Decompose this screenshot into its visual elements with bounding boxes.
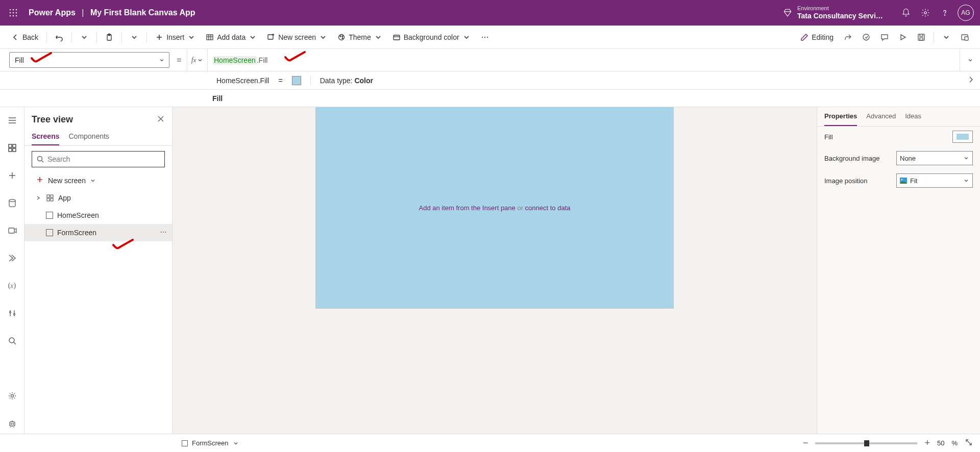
tree-search-input[interactable]: [47, 155, 160, 163]
background-color-label: Background color: [404, 33, 459, 41]
left-rail: (𝑥): [0, 107, 24, 434]
placeholder-connect-link[interactable]: connect to data: [525, 204, 571, 212]
svg-point-3: [10, 12, 11, 14]
undo-dropdown[interactable]: [76, 29, 92, 45]
zoom-in-button[interactable]: +: [924, 438, 930, 448]
save-button[interactable]: [913, 29, 929, 45]
tab-components[interactable]: Components: [68, 128, 109, 145]
comments-button[interactable]: [876, 29, 893, 45]
svg-point-8: [16, 15, 17, 17]
svg-rect-28: [13, 144, 16, 147]
formula-bar: Fill = fx HomeScreen.Fill: [0, 49, 980, 71]
prop-img-pos-select[interactable]: Fit: [896, 173, 973, 188]
more-commands-button[interactable]: [477, 29, 493, 45]
tab-screens[interactable]: Screens: [32, 128, 59, 145]
canvas-screen[interactable]: Add an item from the Insert pane or conn…: [316, 107, 673, 308]
insert-label: Insert: [166, 33, 184, 41]
publish-button[interactable]: [957, 29, 973, 45]
prop-fill-swatch[interactable]: [952, 131, 973, 143]
rail-data-icon[interactable]: [2, 193, 22, 213]
result-next-icon[interactable]: [967, 76, 975, 85]
svg-rect-14: [268, 35, 273, 39]
tree-view-title: Tree view: [32, 114, 73, 125]
screen-icon: [46, 212, 53, 219]
rail-virtual-agent-icon[interactable]: [2, 413, 22, 434]
settings-icon[interactable]: [916, 3, 935, 22]
environment-name: Tata Consultancy Servic...: [797, 12, 884, 20]
save-dropdown[interactable]: [938, 29, 954, 45]
placeholder-insert-link[interactable]: Add an item from the Insert pane: [419, 204, 517, 212]
tab-ideas[interactable]: Ideas: [905, 107, 921, 126]
zoom-slider[interactable]: [815, 442, 917, 444]
back-button[interactable]: Back: [7, 29, 42, 45]
preview-button[interactable]: [895, 29, 911, 45]
undo-button[interactable]: [51, 29, 67, 45]
prop-bg-image-select[interactable]: None: [896, 151, 973, 165]
formula-input[interactable]: HomeScreen.Fill: [207, 49, 960, 71]
zoom-out-button[interactable]: −: [803, 438, 808, 448]
svg-rect-43: [47, 198, 50, 201]
paste-button[interactable]: [101, 29, 117, 45]
fx-button[interactable]: fx: [187, 49, 207, 71]
canvas-area[interactable]: Add an item from the Insert pane or conn…: [173, 107, 817, 434]
tab-properties[interactable]: Properties: [824, 107, 857, 126]
rail-hamburger-icon[interactable]: [2, 110, 22, 131]
rail-media-icon[interactable]: [2, 220, 22, 241]
svg-point-49: [901, 179, 903, 181]
close-panel-icon[interactable]: [157, 115, 165, 124]
svg-rect-29: [9, 148, 12, 152]
app-icon: [46, 194, 54, 202]
new-screen-button[interactable]: New screen: [263, 29, 331, 45]
rail-tree-view-icon[interactable]: [2, 138, 22, 158]
notifications-icon[interactable]: [896, 3, 916, 22]
canvas-placeholder: Add an item from the Insert pane or conn…: [419, 204, 570, 212]
paste-dropdown[interactable]: [126, 29, 142, 45]
tree-item-formscreen[interactable]: FormScreen: [24, 224, 172, 241]
property-selector[interactable]: Fill: [9, 52, 169, 68]
editing-mode-button[interactable]: Editing: [796, 29, 838, 45]
user-avatar[interactable]: AG: [958, 5, 974, 21]
plus-icon: [36, 175, 44, 185]
rail-search-icon[interactable]: [2, 331, 22, 351]
tree-new-screen-button[interactable]: New screen: [24, 172, 172, 189]
tab-advanced[interactable]: Advanced: [866, 107, 896, 126]
add-data-button[interactable]: Add data: [202, 29, 261, 45]
svg-point-47: [165, 232, 166, 233]
rail-power-automate-icon[interactable]: [2, 248, 22, 268]
svg-point-45: [161, 232, 162, 233]
svg-point-22: [486, 36, 487, 37]
properties-panel: Properties Advanced Ideas Fill Backgroun…: [817, 107, 980, 434]
waffle-icon[interactable]: [6, 6, 20, 20]
tree-item-label: FormScreen: [57, 229, 96, 237]
more-icon[interactable]: [160, 229, 167, 237]
editing-label: Editing: [812, 33, 834, 41]
environment-label: Environment: [797, 5, 884, 12]
formula-expand-button[interactable]: [960, 49, 980, 71]
theme-button[interactable]: Theme: [333, 29, 386, 45]
svg-point-38: [11, 423, 12, 424]
app-checker-button[interactable]: [858, 29, 874, 45]
rail-variables-icon[interactable]: (𝑥): [2, 275, 22, 296]
rail-insert-icon[interactable]: [2, 165, 22, 186]
rail-advanced-tools-icon[interactable]: [2, 303, 22, 323]
svg-rect-42: [51, 195, 53, 197]
new-screen-label: New screen: [278, 33, 316, 41]
tree-item-homescreen[interactable]: HomeScreen: [24, 207, 172, 224]
svg-point-21: [484, 36, 485, 37]
intellisense-label: Fill: [212, 94, 223, 103]
background-color-button[interactable]: Background color: [388, 29, 475, 45]
prop-img-pos-value: Fit: [910, 177, 917, 185]
help-icon[interactable]: [935, 3, 954, 22]
fit-to-screen-button[interactable]: [965, 438, 973, 448]
svg-rect-44: [51, 198, 53, 201]
tree-search-box[interactable]: [32, 151, 165, 167]
environment-picker[interactable]: Environment Tata Consultancy Servic...: [778, 3, 884, 22]
expand-icon[interactable]: [35, 195, 42, 200]
rail-settings-icon[interactable]: [2, 386, 22, 406]
insert-button[interactable]: Insert: [151, 29, 200, 45]
result-color-swatch: [292, 76, 301, 85]
share-button[interactable]: [840, 29, 856, 45]
svg-rect-23: [918, 34, 924, 40]
tree-item-app[interactable]: App: [24, 189, 172, 207]
status-selection[interactable]: FormScreen: [182, 439, 239, 447]
